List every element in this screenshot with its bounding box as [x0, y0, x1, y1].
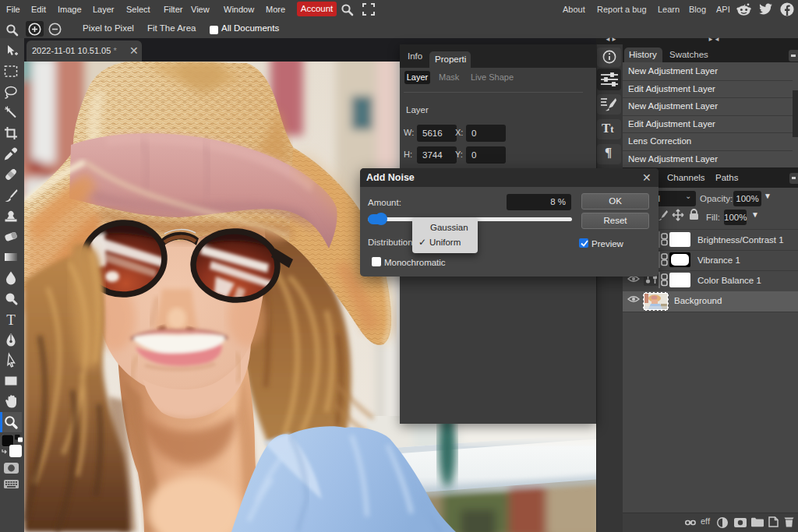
svg-text:T: T — [6, 312, 16, 328]
